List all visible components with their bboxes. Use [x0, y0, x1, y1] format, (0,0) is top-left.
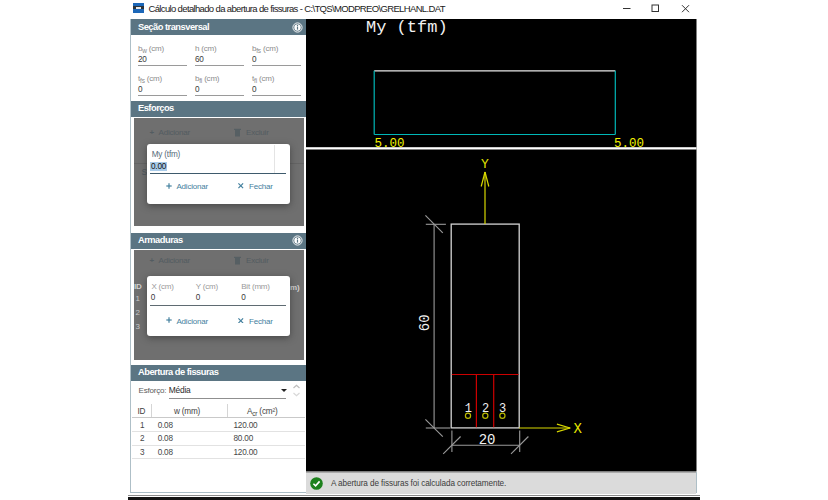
svg-text:60: 60 [417, 314, 433, 331]
svg-text:My (tfm): My (tfm) [366, 19, 448, 37]
svg-text:X: X [574, 421, 583, 437]
svg-text:20: 20 [479, 432, 496, 448]
svg-text:Y: Y [481, 157, 489, 172]
